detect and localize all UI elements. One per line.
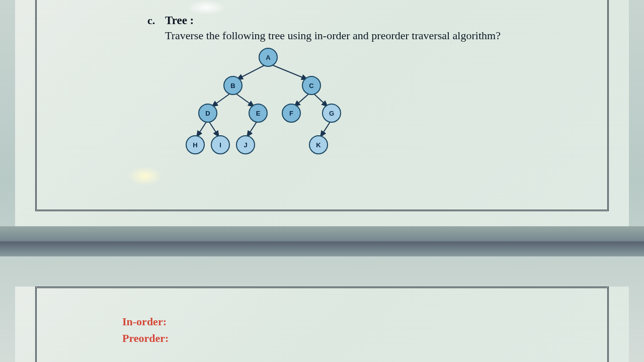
- tree-node-i: I: [219, 141, 221, 149]
- tree-svg: A B C D E F G H I J: [178, 45, 359, 161]
- screen-glare: [127, 166, 163, 186]
- page-gap: [0, 226, 644, 256]
- question-page: c. Tree : Traverse the following tree us…: [15, 0, 629, 226]
- tree-node-k: K: [316, 141, 321, 149]
- tree-node-f: F: [289, 110, 293, 117]
- tree-node-d: D: [205, 110, 210, 117]
- answer-frame: In-order: Preorder:: [35, 287, 609, 362]
- svg-line-1: [268, 63, 307, 79]
- tree-node-e: E: [256, 110, 261, 117]
- preorder-label: Preorder:: [122, 330, 592, 346]
- tree-node-h: H: [193, 141, 197, 149]
- inorder-label: In-order:: [122, 313, 592, 330]
- question-item-label: c.: [147, 14, 155, 27]
- tree-diagram: A B C D E F G H I J: [178, 45, 359, 161]
- question-frame: c. Tree : Traverse the following tree us…: [35, 0, 609, 211]
- tree-node-j: J: [244, 141, 247, 149]
- question-prompt: Traverse the following tree using in-ord…: [165, 29, 501, 42]
- tree-node-a: A: [266, 54, 271, 61]
- tree-node-b: B: [230, 82, 235, 89]
- svg-line-0: [237, 63, 268, 79]
- answer-page: In-order: Preorder:: [15, 287, 629, 362]
- question-title: Tree :: [165, 14, 194, 27]
- tree-node-g: G: [329, 110, 334, 117]
- tree-node-c: C: [309, 82, 314, 89]
